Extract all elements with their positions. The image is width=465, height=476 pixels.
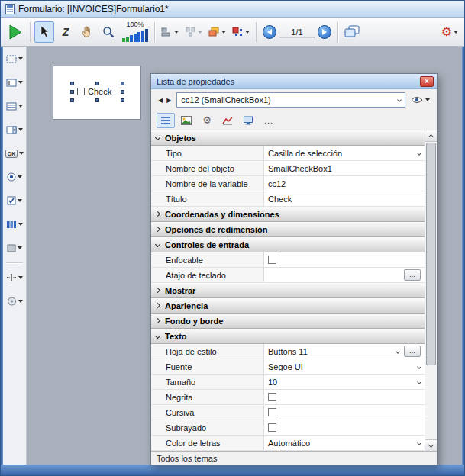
color-letras-dropdown[interactable]: Automático — [264, 436, 425, 450]
magnet-grid-dropdown-button[interactable] — [230, 21, 252, 43]
object-selector-combo[interactable]: cc12 (SmallCheckBox1) — [176, 92, 405, 108]
tab-control-tool-button[interactable] — [4, 215, 25, 233]
oval-tool-button[interactable] — [4, 292, 25, 310]
section-entrada[interactable]: Controles de entrada — [151, 237, 425, 252]
rectangle-tool-button[interactable] — [4, 239, 25, 257]
cursiva-checkbox[interactable] — [268, 408, 276, 416]
panel-title-bar[interactable]: Lista de propiedades × — [151, 74, 437, 89]
section-redimension[interactable]: Opciones de redimensión — [151, 222, 425, 237]
selection-handle[interactable] — [70, 90, 74, 94]
checkbox-tool-button[interactable] — [4, 191, 25, 210]
section-mostrar[interactable]: Mostrar — [151, 283, 425, 298]
section-coordenadas[interactable]: Coordenadas y dimensiones — [151, 207, 425, 222]
close-button[interactable]: × — [420, 76, 434, 87]
chevron-down-icon — [425, 98, 430, 101]
pointer-tool-button[interactable] — [34, 21, 54, 43]
align-dropdown-button[interactable] — [159, 21, 181, 43]
zoom-level-widget[interactable]: 100% — [120, 21, 150, 43]
display-filter-button[interactable] — [239, 113, 257, 128]
events-filter-button[interactable] — [218, 113, 237, 128]
chevron-down-icon — [18, 175, 22, 178]
fuente-dropdown[interactable]: Segoe UI — [264, 359, 425, 374]
section-apariencia[interactable]: Apariencia — [151, 298, 425, 314]
shortcut-ellipsis-button[interactable]: ... — [404, 269, 421, 281]
magnet-grid-icon — [232, 27, 244, 37]
form-document-icon — [5, 4, 15, 14]
picture-filter-button[interactable] — [177, 113, 195, 128]
previous-object-button[interactable]: ◀ — [157, 96, 164, 105]
window-frame-right — [462, 47, 464, 465]
chevron-down-icon — [417, 365, 421, 369]
zoom-bars[interactable] — [122, 29, 148, 42]
property-row-hoja-estilo: Hoja de estilo Buttons 11 ... — [151, 344, 425, 359]
selection-handle[interactable] — [70, 98, 74, 102]
selection-handle[interactable] — [95, 98, 99, 102]
toolbar-separator — [154, 22, 155, 42]
previous-page-button[interactable] — [263, 25, 276, 39]
form-page[interactable]: Check — [53, 66, 141, 120]
run-form-button[interactable] — [5, 21, 26, 43]
views-button[interactable] — [342, 21, 362, 43]
distribute-dropdown-button[interactable] — [182, 21, 205, 43]
scrollbar-thumb[interactable] — [426, 143, 436, 365]
selection-handle[interactable] — [121, 90, 124, 94]
settings-filter-button[interactable]: ⚙ — [198, 113, 216, 128]
tamano-dropdown[interactable]: 10 — [264, 375, 425, 389]
nombre-objeto-field[interactable]: SmallCheckBox1 — [264, 161, 425, 175]
property-label: Fuente — [151, 359, 264, 374]
selection-handle[interactable] — [95, 82, 99, 85]
title-bar[interactable]: Formulario: [INVOICES]Formulario1* — [1, 1, 464, 18]
enfocable-checkbox[interactable] — [268, 256, 276, 264]
listbox-icon — [6, 102, 17, 111]
property-label: Atajo de teclado — [151, 268, 264, 282]
next-page-button[interactable] — [318, 25, 331, 39]
scroll-up-button[interactable] — [425, 130, 437, 142]
section-texto[interactable]: Texto — [151, 329, 425, 344]
hand-tool-button[interactable] — [77, 21, 97, 43]
hoja-estilo-dropdown[interactable]: Buttons 11 ... — [264, 344, 425, 359]
checkbox-glyph[interactable] — [77, 88, 85, 95]
nombre-variable-field[interactable]: cc12 — [264, 176, 425, 191]
page-navigator: 1/1 — [260, 25, 334, 39]
radio-tool-button[interactable] — [4, 168, 25, 186]
section-objetos[interactable]: Objetos — [151, 130, 425, 146]
input-tool-button[interactable] — [4, 73, 25, 92]
checkbox-label: Check — [88, 87, 111, 96]
splitter-tool-button[interactable] — [4, 269, 25, 287]
view-options-button[interactable] — [409, 96, 431, 104]
selection-handle[interactable] — [121, 82, 124, 85]
selection-handle[interactable] — [70, 82, 74, 85]
property-row-cursiva: Cursiva — [151, 405, 425, 420]
section-label: Apariencia — [165, 301, 208, 310]
titulo-field[interactable]: Check — [264, 191, 425, 206]
main-toolbar: Z 100% — [1, 18, 464, 47]
zoom-tool-button[interactable] — [98, 21, 118, 43]
button-tool-button[interactable]: OK — [4, 144, 25, 162]
more-options-button[interactable]: ... — [260, 113, 278, 128]
next-object-button[interactable]: ▶ — [165, 96, 173, 105]
panel-title: Lista de propiedades — [157, 77, 420, 86]
panel-scrollbar[interactable] — [425, 130, 437, 451]
selected-checkbox-control[interactable]: Check — [77, 87, 111, 96]
stylesheet-ellipsis-button[interactable]: ... — [404, 346, 421, 357]
negrita-checkbox[interactable] — [268, 393, 276, 401]
section-fondo[interactable]: Fondo y borde — [151, 314, 425, 329]
tipo-dropdown[interactable]: Casilla de selección — [264, 146, 425, 160]
list-icon — [160, 116, 171, 125]
preferences-dropdown-button[interactable]: ⚙ — [439, 21, 460, 43]
subrayado-checkbox[interactable] — [268, 423, 276, 432]
level-dropdown-button[interactable] — [206, 21, 228, 43]
property-row-tamano: Tamaño 10 — [151, 375, 425, 390]
theme-list-button[interactable] — [157, 113, 175, 128]
entry-order-tool-button[interactable]: Z — [56, 21, 76, 43]
scrollbar-track[interactable] — [425, 142, 437, 439]
panel-footer: Todos los temas — [151, 451, 437, 465]
form-canvas[interactable]: Check Lista de propiedades × ◀ ▶ — [27, 47, 462, 465]
atajo-field[interactable]: ... — [264, 268, 425, 282]
scroll-down-button[interactable] — [425, 439, 437, 451]
section-label: Texto — [165, 332, 187, 341]
combobox-tool-button[interactable] — [4, 121, 25, 139]
selection-handle[interactable] — [121, 98, 124, 102]
listbox-tool-button[interactable] — [4, 97, 25, 115]
fields-tool-button[interactable] — [4, 50, 25, 68]
